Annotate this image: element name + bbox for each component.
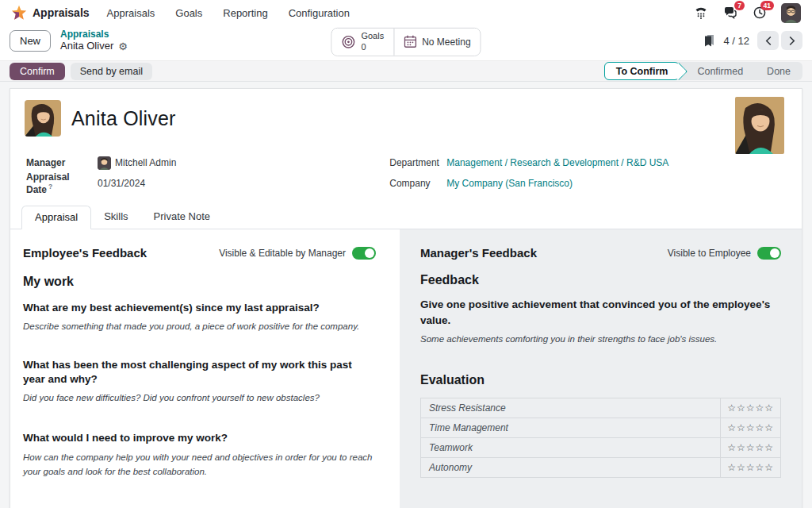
employee-feedback-title: Employee's Feedback [23,246,147,260]
breadcrumb-current: Anita Oliver ⚙ [60,40,128,52]
manager-field: Manager Mitchell Admin [26,152,383,173]
control-panel: New Appraisals Anita Oliver ⚙ Goals 0 [0,25,812,60]
evaluation-row-label: Time Management [421,418,721,437]
field-grid: Manager Mitchell Admin [25,152,786,194]
appraisal-date-field: Appraisal Date? 01/31/2024 [26,173,383,194]
breadcrumb-parent[interactable]: Appraisals [60,29,128,40]
employee-feedback-panel: Employee's Feedback Visible & Editable b… [10,229,400,508]
breadcrumb-current-label: Anita Oliver [60,40,113,52]
manager-statement: Give one positive achievement that convi… [420,297,779,328]
pager-value: 4 / 12 [723,35,749,47]
evaluation-table: Stress Resistance ☆☆☆☆☆ Time Management … [420,398,781,478]
voip-phone-icon[interactable] [693,5,709,21]
manager-hint: Some achievements comforting you in thei… [420,332,781,346]
meeting-label: No Meeting [422,37,470,48]
company-field: Company My Company (San Francisco) [389,173,786,194]
employee-visibility-toggle[interactable] [352,247,376,260]
star-rating-input[interactable]: ☆☆☆☆☆ [721,398,781,418]
messages-icon[interactable]: 7 [722,5,738,21]
breadcrumb: Appraisals Anita Oliver ⚙ [60,29,128,52]
evaluation-row-label: Stress Resistance [421,398,721,418]
goals-smart-button[interactable]: Goals 0 [331,29,393,56]
employee-avatar [25,100,61,137]
messages-badge: 7 [734,1,745,10]
pager-previous-button[interactable] [757,31,779,50]
bookmark-icon[interactable] [703,34,715,48]
notebook-tabs: Appraisal Skills Private Note [10,205,802,229]
appraisal-date-label: Appraisal Date? [26,171,98,195]
appraisal-date-value[interactable]: 01/31/2024 [98,178,145,189]
pager-zone: 4 / 12 [703,31,802,50]
evaluation-row: Time Management ☆☆☆☆☆ [421,418,781,437]
new-button[interactable]: New [10,30,51,52]
send-by-email-button[interactable]: Send by email [71,63,152,80]
star-rating-input[interactable]: ☆☆☆☆☆ [721,457,781,477]
manager-visibility-toggle[interactable] [757,247,781,260]
employee-visibility-label: Visible & Editable by Manager [219,248,346,259]
star-rating-input[interactable]: ☆☆☆☆☆ [721,437,781,457]
employee-question-1: What are my best achievement(s) since my… [23,301,376,315]
app-name: Appraisals [33,6,90,19]
manager-feedback-panel: Manager's Feedback Visible to Employee F… [400,229,802,508]
department-value[interactable]: Management / Research & Development / R&… [446,157,668,168]
app-brand[interactable]: Appraisals [11,5,90,21]
activities-clock-icon[interactable]: 41 [752,5,768,21]
menu-reporting[interactable]: Reporting [223,7,267,19]
systray: 7 41 [693,3,801,23]
stage-to-confirm[interactable]: To Confirm [604,62,680,80]
company-label: Company [389,178,446,189]
menu-configuration[interactable]: Configuration [289,7,350,19]
target-icon [341,35,355,49]
tab-appraisal[interactable]: Appraisal [21,206,91,229]
evaluation-row-label: Teamwork [421,437,721,457]
employee-section-title: My work [23,275,376,289]
stage-confirmed[interactable]: Confirmed [680,62,755,80]
pager-next-button[interactable] [781,31,802,50]
star-rating-input[interactable]: ☆☆☆☆☆ [721,418,781,437]
tab-private-note[interactable]: Private Note [141,206,224,229]
tab-skills[interactable]: Skills [91,206,140,229]
evaluation-row: Stress Resistance ☆☆☆☆☆ [421,398,781,418]
form-sheet: Anita Oliver Manager [10,88,802,508]
goals-label: Goals [361,31,384,42]
department-label: Department [389,157,446,168]
appraisal-tab-content: Employee's Feedback Visible & Editable b… [10,229,802,508]
employee-photo[interactable] [735,97,784,154]
employee-question-3: What would I need to improve my work? [23,431,376,445]
employee-question-2: What has been the most challenging aspec… [23,358,376,387]
manager-avatar [98,156,111,170]
action-gear-icon[interactable]: ⚙ [118,41,128,52]
manager-section-title: Feedback [420,273,781,287]
employee-hint-3: How can the company help you with your n… [23,450,376,479]
form-view-area: Anita Oliver Manager [0,82,812,508]
employee-hint-1: Describe something that made you proud, … [23,319,376,333]
stage-done[interactable]: Done [755,62,802,80]
confirm-button[interactable]: Confirm [10,63,65,80]
smart-buttons: Goals 0 No Meeting [331,28,481,56]
meeting-smart-button[interactable]: No Meeting [393,29,480,56]
evaluation-row: Teamwork ☆☆☆☆☆ [421,437,781,457]
main-menu: Appraisals Goals Reporting Configuration [107,7,350,19]
stage-pipeline: To Confirm Confirmed Done [604,62,802,80]
calendar-icon [404,35,416,48]
evaluation-title: Evaluation [420,373,781,387]
status-bar: Confirm Send by email To Confirm Confirm… [0,60,812,82]
manager-name: Mitchell Admin [115,157,176,168]
evaluation-row-label: Autonomy [421,457,721,477]
top-navbar: Appraisals Appraisals Goals Reporting Co… [0,0,812,25]
app-logo-icon [11,5,27,21]
menu-goals[interactable]: Goals [175,7,202,19]
manager-label: Manager [26,157,98,168]
department-field: Department Management / Research & Devel… [389,152,786,173]
employee-hint-2: Did you face new difficulties? Did you c… [23,391,376,405]
user-menu-avatar[interactable] [781,3,801,23]
goals-count: 0 [361,42,384,53]
manager-visibility-label: Visible to Employee [668,248,751,259]
menu-appraisals[interactable]: Appraisals [107,7,155,19]
sheet-header: Anita Oliver Manager [10,89,802,194]
page-title: Anita Oliver [71,107,176,130]
manager-feedback-title: Manager's Feedback [420,246,537,260]
manager-value[interactable]: Mitchell Admin [98,156,176,170]
company-value[interactable]: My Company (San Francisco) [446,178,573,189]
activities-badge: 41 [760,1,774,10]
